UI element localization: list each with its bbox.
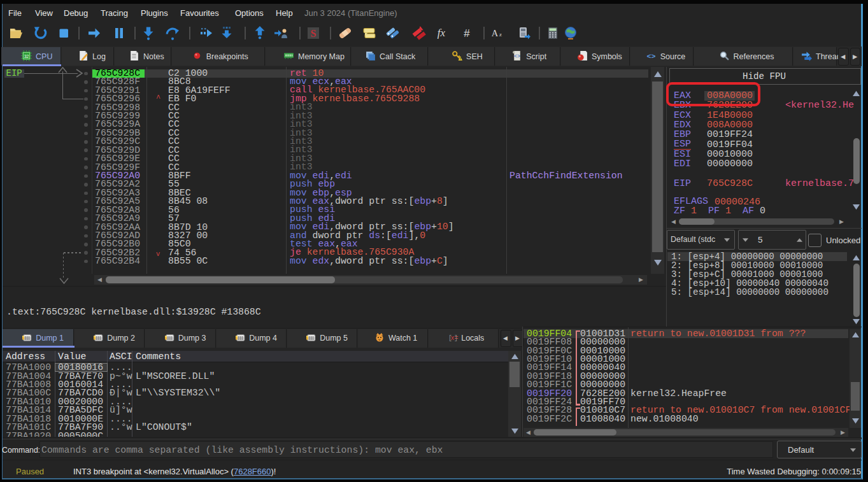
svg-text:32: 32	[24, 54, 29, 59]
svg-text:]: ]	[454, 335, 458, 342]
svg-text:z: z	[499, 31, 502, 38]
svg-text:fx: fx	[438, 27, 446, 39]
svg-text:A: A	[492, 28, 499, 38]
svg-text:<>: <>	[514, 53, 520, 60]
svg-text:#: #	[464, 27, 470, 39]
svg-text:!: !	[460, 57, 461, 60]
svg-text:S: S	[311, 28, 317, 39]
svg-text:<>: <>	[646, 52, 655, 61]
